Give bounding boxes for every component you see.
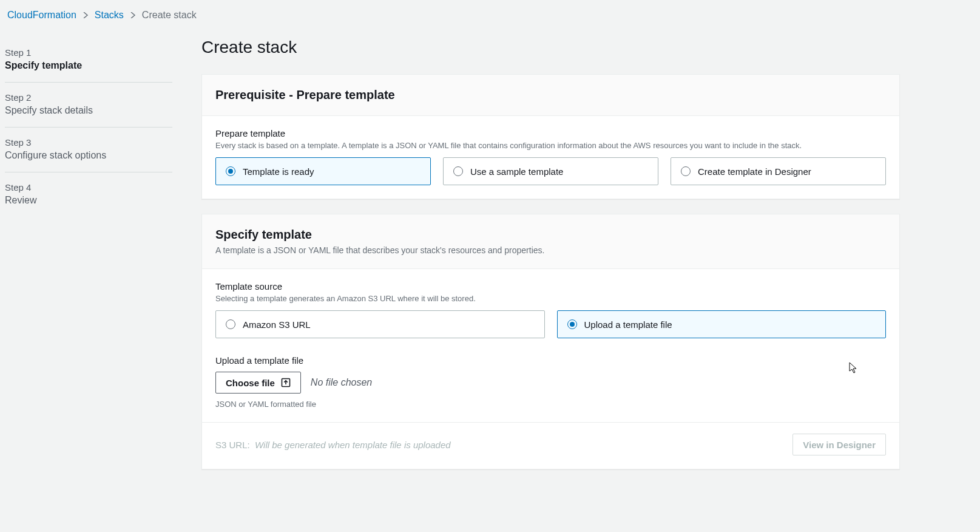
option-template-is-ready[interactable]: Template is ready — [215, 157, 431, 185]
step-label: Specify stack details — [5, 105, 172, 116]
option-label: Create template in Designer — [698, 166, 811, 177]
s3-url-line: S3 URL: Will be generated when template … — [215, 440, 451, 450]
step-4[interactable]: Step 4 Review — [5, 182, 172, 217]
option-upload-template-file[interactable]: Upload a template file — [557, 310, 887, 338]
file-status: No file chosen — [311, 377, 372, 388]
upload-template-label: Upload a template file — [215, 355, 886, 366]
template-source-label: Template source — [215, 281, 886, 292]
option-create-in-designer[interactable]: Create template in Designer — [671, 157, 886, 185]
step-3[interactable]: Step 3 Configure stack options — [5, 137, 172, 172]
panel-header: Specify template A template is a JSON or… — [202, 214, 899, 269]
breadcrumb-cloudformation[interactable]: CloudFormation — [7, 10, 76, 21]
s3-url-label: S3 URL: — [215, 440, 250, 450]
step-2[interactable]: Step 2 Specify stack details — [5, 92, 172, 128]
choose-file-label: Choose file — [226, 378, 275, 388]
option-use-sample-template[interactable]: Use a sample template — [443, 157, 658, 185]
radio-icon — [567, 319, 577, 329]
upload-row: Choose file No file chosen — [215, 372, 886, 394]
prepare-template-label: Prepare template — [215, 128, 886, 138]
main-content: Create stack Prerequisite - Prepare temp… — [177, 29, 980, 484]
template-source-desc: Selecting a template generates an Amazon… — [215, 294, 886, 303]
option-label: Template is ready — [243, 166, 314, 177]
file-format-hint: JSON or YAML formatted file — [215, 400, 886, 409]
chevron-right-icon — [83, 10, 89, 21]
panel-header: Prerequisite - Prepare template — [202, 75, 899, 116]
breadcrumb-current: Create stack — [142, 10, 197, 21]
step-number: Step 3 — [5, 137, 172, 148]
step-1[interactable]: Step 1 Specify template — [5, 47, 172, 83]
panel-footer: S3 URL: Will be generated when template … — [202, 422, 899, 469]
choose-file-button[interactable]: Choose file — [215, 372, 301, 394]
panel-heading: Specify template — [215, 228, 886, 242]
radio-icon — [453, 166, 463, 176]
step-number: Step 4 — [5, 182, 172, 193]
chevron-right-icon — [130, 10, 136, 21]
panel-body: Template source Selecting a template gen… — [202, 269, 899, 422]
prerequisite-panel: Prerequisite - Prepare template Prepare … — [201, 74, 900, 199]
option-label: Amazon S3 URL — [243, 319, 311, 330]
step-number: Step 2 — [5, 92, 172, 103]
step-label: Specify template — [5, 60, 172, 71]
panel-body: Prepare template Every stack is based on… — [202, 116, 899, 199]
page-title: Create stack — [201, 38, 900, 57]
panel-subtext: A template is a JSON or YAML file that d… — [215, 245, 886, 255]
prepare-template-options: Template is ready Use a sample template … — [215, 157, 886, 185]
specify-template-panel: Specify template A template is a JSON or… — [201, 214, 900, 469]
radio-icon — [681, 166, 691, 176]
breadcrumb: CloudFormation Stacks Create stack — [0, 0, 980, 29]
view-in-designer-button[interactable]: View in Designer — [792, 434, 886, 455]
breadcrumb-stacks[interactable]: Stacks — [95, 10, 124, 21]
panel-heading: Prerequisite - Prepare template — [215, 88, 886, 102]
option-label: Upload a template file — [584, 319, 672, 330]
step-label: Review — [5, 195, 172, 206]
wizard-steps: Step 1 Specify template Step 2 Specify s… — [0, 29, 177, 484]
radio-icon — [226, 319, 235, 329]
option-label: Use a sample template — [470, 166, 563, 177]
s3-url-value: Will be generated when template file is … — [255, 440, 451, 450]
step-label: Configure stack options — [5, 150, 172, 161]
radio-icon — [226, 166, 235, 176]
step-number: Step 1 — [5, 47, 172, 58]
upload-icon — [281, 378, 291, 387]
prepare-template-desc: Every stack is based on a template. A te… — [215, 141, 886, 150]
template-source-options: Amazon S3 URL Upload a template file — [215, 310, 886, 338]
option-s3-url[interactable]: Amazon S3 URL — [215, 310, 545, 338]
